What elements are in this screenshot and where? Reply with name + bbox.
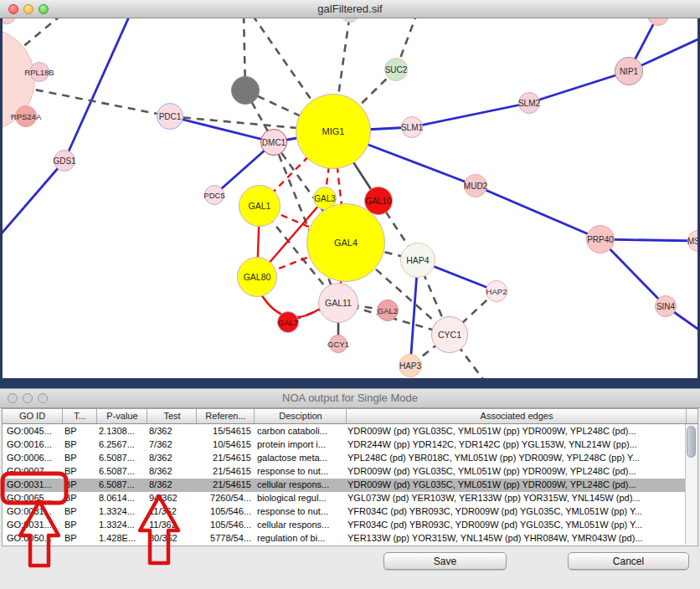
cell-associated-edges: YDR009W (pd) YGL035C, YML051W (pp) YDR00… <box>347 425 676 438</box>
minimize-button-icon[interactable] <box>23 4 33 14</box>
table-body[interactable]: GO:0045...BP2.1308...8/36215/54615carbon… <box>2 424 698 546</box>
table-row[interactable]: GO:0006...BP6.5087...8/36221/54615galact… <box>3 452 686 465</box>
network-node-SLM1[interactable]: SLM1 <box>401 116 423 138</box>
table-row[interactable]: GO:0065...BP8.0614...94/3627260/54...bio… <box>3 492 686 505</box>
network-node-GAL80[interactable]: GAL80 <box>237 257 277 297</box>
edge[interactable] <box>64 18 130 161</box>
cell-associated-edges: YFR034C (pd) YBR093C, YDR009W (pd) YGL03… <box>347 519 676 532</box>
cell-description: response to nut... <box>257 465 343 479</box>
network-node-RPS24A[interactable]: RPS24A <box>15 105 37 127</box>
node-label: GAL11 <box>325 298 352 308</box>
network-node-GDS1[interactable]: GDS1 <box>54 150 75 172</box>
table-header[interactable]: GO ID T... P-value Test Referen... Desci… <box>2 408 698 424</box>
cell-reference: 21/54615 <box>196 452 251 465</box>
noa-window-titlebar[interactable]: NOA output for Single Mode <box>0 389 700 408</box>
network-node-SIN4[interactable]: SIN4 <box>655 295 677 317</box>
network-node-NIP1[interactable]: NIP1 <box>615 57 643 85</box>
save-button[interactable]: Save <box>383 552 507 570</box>
node-label: 17A <box>1 18 13 19</box>
cell-p-value: 6.5087... <box>99 479 147 492</box>
cell-test: 11/362 <box>149 519 193 532</box>
network-node-PRP40[interactable]: PRP40 <box>586 225 615 254</box>
edge[interactable] <box>476 186 600 239</box>
column-header-p-value[interactable]: P-value <box>96 409 147 423</box>
column-header-reference[interactable]: Referen... <box>196 409 255 423</box>
cancel-button[interactable]: Cancel <box>568 552 689 570</box>
cell-description: cellular respons... <box>257 519 343 532</box>
cell-p-value: 1.3324... <box>99 505 147 519</box>
cell-type: BP <box>64 425 93 438</box>
cell-description: cellular respons... <box>257 479 343 492</box>
node-label: HAP2 <box>486 287 507 296</box>
cell-test: 8/362 <box>149 465 193 479</box>
column-header-associated-edges[interactable]: Associated edges <box>346 409 687 423</box>
node-label: SUC2 <box>385 65 408 74</box>
cell-reference: 105/546... <box>196 505 251 519</box>
column-header-test[interactable]: Test <box>147 409 197 423</box>
cell-description: protein import i... <box>257 438 343 452</box>
cell-p-value: 2.1308... <box>99 425 147 438</box>
cell-type: BP <box>64 519 93 532</box>
network-node-PDC1[interactable]: PDC1 <box>157 103 183 130</box>
table-row[interactable]: GO:0045...BP2.1308...8/36215/54615carbon… <box>3 425 686 438</box>
network-canvas[interactable]: 17A RPL18B RPS24A GDS1 PDC1 DMC1 MIG1 PD… <box>0 18 700 378</box>
table-row-selected[interactable]: GO:0031...BP6.5087...8/36221/54615cellul… <box>3 479 686 492</box>
column-header-type[interactable]: T... <box>62 409 97 423</box>
network-node-GAL2[interactable]: GAL2 <box>377 300 399 321</box>
network-node-GAL11[interactable]: GAL11 <box>318 283 358 323</box>
network-node-PDC5[interactable]: PDC5 <box>204 185 224 205</box>
network-node-MUD2[interactable]: MUD2 <box>464 174 487 197</box>
node-label: HAP3 <box>399 361 421 371</box>
edge[interactable] <box>529 71 629 103</box>
network-node-HAP2[interactable]: HAP2 <box>486 280 507 302</box>
table-row[interactable]: GO:0050...BP1.428E...80/3625778/54...reg… <box>3 532 686 545</box>
table-row[interactable]: GO:0031...BP1.3324...11/362105/546...res… <box>3 505 686 519</box>
network-node-GCY1[interactable]: GCY1 <box>329 335 347 353</box>
cell-type: BP <box>64 492 93 505</box>
cell-p-value: 6.5087... <box>99 452 147 465</box>
close-button-icon[interactable] <box>8 393 18 403</box>
network-node-GAL4[interactable]: GAL4 <box>306 203 385 282</box>
cell-test: 8/362 <box>149 425 193 438</box>
network-node-HAP3[interactable]: HAP3 <box>399 354 422 377</box>
zoom-button-icon[interactable] <box>39 4 49 14</box>
network-node-GAL7[interactable]: GAL7 <box>277 311 299 333</box>
edge[interactable] <box>600 239 698 241</box>
column-header-description[interactable]: Desciption <box>254 409 347 423</box>
cell-type: BP <box>64 465 93 479</box>
column-header-spacer <box>686 409 698 423</box>
scrollbar-thumb[interactable] <box>687 426 696 458</box>
cell-test: 80/362 <box>149 532 193 545</box>
node-label: GDS1 <box>53 156 75 166</box>
column-header-go-id[interactable]: GO ID <box>3 409 62 423</box>
zoom-button-icon[interactable] <box>38 393 48 403</box>
node-label: NIP1 <box>620 67 638 76</box>
cell-test: 8/362 <box>149 479 193 492</box>
table-row[interactable]: GO:0007...BP6.5087...8/36221/54615respon… <box>3 465 686 479</box>
node-label: MIG1 <box>322 126 345 136</box>
close-button-icon[interactable] <box>8 4 18 14</box>
edge[interactable] <box>412 103 529 127</box>
table-row[interactable]: GO:0031...BP1.3324...11/362105/546...cel… <box>3 519 686 532</box>
table-scrollbar[interactable] <box>685 424 697 545</box>
edge[interactable] <box>170 116 274 142</box>
network-node-RPL18B[interactable]: RPL18B <box>29 62 49 82</box>
network-node-HAP4[interactable]: HAP4 <box>400 243 435 278</box>
noa-output-window: NOA output for Single Mode GO ID T... P-… <box>0 388 700 589</box>
node-label: DMC1 <box>262 138 286 147</box>
network-node-CYC1[interactable]: CYC1 <box>431 316 468 353</box>
minimize-button-icon[interactable] <box>23 393 33 403</box>
edge[interactable] <box>0 161 64 240</box>
network-node-SUC2[interactable]: SUC2 <box>384 58 408 81</box>
network-node-SLM2[interactable]: SLM2 <box>518 92 540 114</box>
network-node-unlabeled-gray[interactable] <box>231 76 260 105</box>
network-node-MIG1[interactable]: MIG1 <box>296 94 371 169</box>
cell-type: BP <box>64 532 93 545</box>
node-label: SIN4 <box>656 302 675 311</box>
cell-type: BP <box>64 505 93 519</box>
network-window-titlebar[interactable]: galFiltered.sif <box>0 0 700 18</box>
table-row[interactable]: GO:0016...BP6.2567...7/36210/54615protei… <box>3 438 686 452</box>
network-node-DMC1[interactable]: DMC1 <box>260 129 287 156</box>
cell-type: BP <box>64 452 93 465</box>
network-node-GAL1[interactable]: GAL1 <box>239 185 281 227</box>
